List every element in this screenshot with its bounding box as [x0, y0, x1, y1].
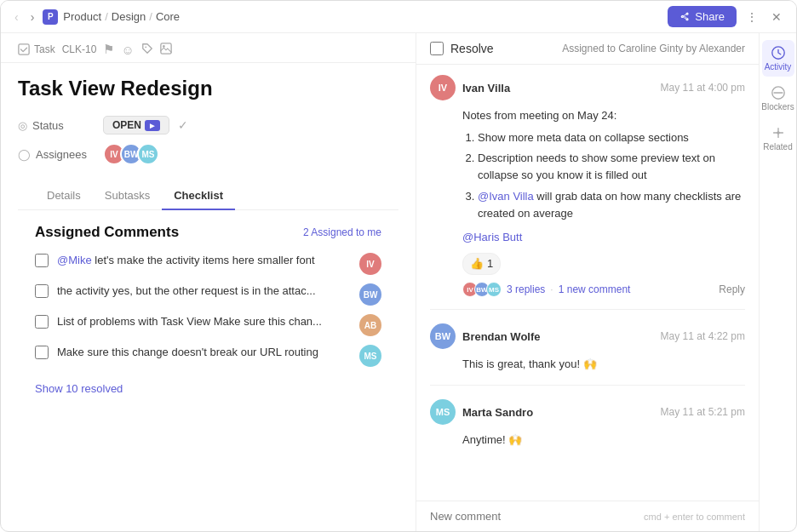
reply-dot-1: ·	[550, 283, 553, 295]
sidebar-blockers-button[interactable]: Blockers	[762, 80, 794, 117]
share-button[interactable]: Share	[668, 6, 737, 27]
comment-checkbox-2[interactable]	[35, 284, 49, 298]
flag-icon[interactable]: ⚑	[103, 42, 114, 57]
sidebar-related-button[interactable]: Related	[762, 120, 794, 157]
comment-header-1: IV Ivan Villa May 11 at 4:00 pm	[430, 75, 745, 100]
breadcrumb-product: Product	[63, 10, 101, 23]
sidebar-activity-button[interactable]: Activity	[762, 40, 794, 77]
task-title: Task View Redesign	[18, 77, 398, 100]
comment-input-bar: cmd + enter to comment	[416, 501, 759, 531]
main-content: Task CLK-10 ⚑ ☺ Task View Redesign ◎ Sta…	[1, 33, 796, 531]
reply-button-1[interactable]: Reply	[719, 283, 745, 295]
task-type-icon	[18, 43, 30, 55]
resolve-bar: Resolve Assigned to Caroline Ginty by Al…	[416, 33, 759, 65]
assignees-icon: ◯	[18, 148, 31, 161]
comment-text-1: @Mike let's make the activity items here…	[57, 253, 351, 268]
activity-label: Activity	[765, 62, 792, 72]
status-arrow-icon: ►	[145, 120, 160, 131]
tab-details[interactable]: Details	[35, 182, 93, 210]
reaction-emoji: 👍	[470, 255, 484, 272]
svg-point-1	[145, 46, 146, 48]
right-content: Resolve Assigned to Caroline Ginty by Al…	[416, 33, 796, 531]
comment-block-2: BW Brendan Wolfe May 11 at 4:22 pm This …	[430, 323, 745, 386]
blockers-icon	[771, 85, 786, 100]
activity-panel: Resolve Assigned to Caroline Ginty by Al…	[416, 33, 759, 531]
list-item: @Mike let's make the activity items here…	[35, 253, 381, 275]
status-confirm-icon[interactable]: ✓	[178, 118, 188, 132]
checklist-title: Assigned Comments	[35, 224, 179, 241]
comment-checkbox-3[interactable]	[35, 315, 49, 329]
comment-checkbox-4[interactable]	[35, 346, 49, 359]
related-icon	[771, 125, 786, 140]
comment-avatar-4: MS	[359, 345, 381, 367]
commenter-avatar-2: BW	[430, 323, 456, 349]
task-meta: ◎ Status OPEN ► ✓ ◯ Assignees	[18, 116, 398, 165]
ivan-villa-mention: @Ivan Villa	[478, 190, 534, 203]
titlebar-left: ‹ › P Product / Design / Core	[11, 9, 180, 26]
tab-subtasks[interactable]: Subtasks	[93, 182, 162, 210]
avatar-3: MS	[137, 143, 159, 165]
comment-body-3: Anytime! 🙌	[430, 432, 745, 449]
breadcrumb-sep-2: /	[149, 10, 152, 23]
task-tabs: Details Subtasks Checklist	[18, 182, 398, 210]
checklist-header: Assigned Comments 2 Assigned to me	[35, 224, 381, 241]
comment-mention-1: @Mike	[57, 254, 92, 266]
comments-scroll: IV Ivan Villa May 11 at 4:00 pm Notes fr…	[416, 65, 759, 501]
reply-avatar-c: MS	[486, 282, 502, 297]
svg-point-7	[777, 131, 780, 134]
commenter-avatar-1: IV	[430, 75, 456, 100]
assignees-label: ◯ Assignees	[18, 148, 95, 161]
back-button[interactable]: ‹	[11, 9, 22, 26]
right-panel: Resolve Assigned to Caroline Ginty by Al…	[416, 33, 796, 531]
status-text: OPEN	[112, 119, 141, 131]
image-icon[interactable]	[160, 43, 172, 57]
status-icon: ◎	[18, 119, 27, 132]
related-label: Related	[763, 142, 792, 152]
status-label: ◎ Status	[18, 119, 95, 132]
comment-block-1: IV Ivan Villa May 11 at 4:00 pm Notes fr…	[430, 75, 745, 310]
status-row: ◎ Status OPEN ► ✓	[18, 116, 398, 134]
reaction-thumbsup[interactable]: 👍 1	[462, 253, 501, 275]
task-id: CLK-10	[62, 43, 97, 55]
emoji-icon[interactable]: ☺	[121, 43, 134, 57]
comment-text-marta: Anytime! 🙌	[462, 433, 522, 446]
comment-intro: Notes from meeting on May 24:	[462, 107, 745, 124]
commenter-name-1: Ivan Villa	[462, 82, 654, 94]
comment-checkbox-1[interactable]	[35, 254, 49, 267]
new-comment-link-1[interactable]: 1 new comment	[559, 283, 631, 295]
comment-text-brendan: This is great, thank you! 🙌	[462, 358, 597, 370]
replies-count-1[interactable]: 3 replies	[507, 283, 545, 295]
comment-text-4: Make sure this change doesn't break our …	[57, 345, 351, 360]
haris-butt-tag: @Haris Butt	[462, 231, 522, 243]
reaction-count: 1	[487, 255, 493, 272]
close-button[interactable]: ✕	[767, 9, 786, 26]
resolve-left: Resolve	[430, 42, 494, 55]
breadcrumb-design: Design	[112, 10, 146, 23]
share-label: Share	[695, 10, 725, 23]
comment-list: Show more meta data on collapse sections…	[462, 129, 745, 222]
list-item: Make sure this change doesn't break our …	[35, 345, 381, 367]
resolve-meta: Assigned to Caroline Ginty by Alexander	[562, 43, 745, 54]
status-badge[interactable]: OPEN ►	[103, 116, 169, 134]
comment-input[interactable]	[430, 510, 644, 523]
resolve-checkbox[interactable]	[430, 42, 444, 55]
commenter-name-2: Brendan Wolfe	[462, 330, 654, 343]
svg-rect-2	[161, 43, 171, 53]
reply-avatars-1: IV BW MS	[462, 282, 502, 297]
assigned-count[interactable]: 2 Assigned to me	[303, 226, 381, 238]
tag-icon[interactable]	[141, 43, 153, 57]
breadcrumb: Product / Design / Core	[63, 10, 180, 23]
svg-rect-0	[19, 44, 29, 54]
comment-text-3: List of problems with Task View Make sur…	[57, 314, 351, 329]
svg-point-3	[163, 45, 165, 48]
forward-button[interactable]: ›	[27, 9, 38, 26]
comment-block-3: MS Marta Sandro May 11 at 5:21 pm Anytim…	[430, 399, 745, 460]
task-toolbar: Task CLK-10 ⚑ ☺	[1, 33, 416, 63]
tab-checklist[interactable]: Checklist	[162, 182, 235, 210]
comment-time-1: May 11 at 4:00 pm	[661, 82, 745, 94]
show-resolved-link[interactable]: Show 10 resolved	[35, 382, 123, 395]
right-sidebar: Activity Blockers Related	[759, 33, 796, 531]
commenter-name-3: Marta Sandro	[462, 406, 654, 419]
minimize-button[interactable]: ⋮	[742, 9, 762, 26]
left-panel: Task CLK-10 ⚑ ☺ Task View Redesign ◎ Sta…	[1, 33, 416, 531]
